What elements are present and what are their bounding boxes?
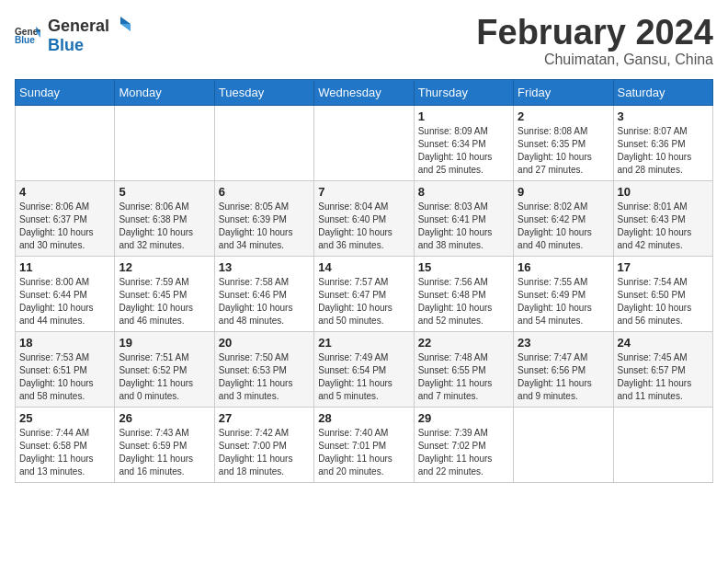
calendar-cell: 27Sunrise: 7:42 AM Sunset: 7:00 PM Dayli… <box>214 408 313 483</box>
day-info: Sunrise: 7:53 AM Sunset: 6:51 PM Dayligh… <box>19 351 110 403</box>
calendar-cell: 25Sunrise: 7:44 AM Sunset: 6:58 PM Dayli… <box>16 408 115 483</box>
day-number: 12 <box>119 260 210 274</box>
calendar-cell: 22Sunrise: 7:48 AM Sunset: 6:55 PM Dayli… <box>414 332 513 408</box>
day-info: Sunrise: 7:45 AM Sunset: 6:57 PM Dayligh… <box>618 351 709 403</box>
logo: General Blue General Blue <box>15 15 131 55</box>
weekday-header-thursday: Thursday <box>414 80 513 106</box>
calendar-week-row: 25Sunrise: 7:44 AM Sunset: 6:58 PM Dayli… <box>16 408 713 483</box>
day-number: 14 <box>318 260 409 274</box>
svg-text:Blue: Blue <box>15 35 35 45</box>
weekday-header-row: SundayMondayTuesdayWednesdayThursdayFrid… <box>16 80 713 106</box>
day-number: 4 <box>19 185 110 199</box>
day-info: Sunrise: 7:51 AM Sunset: 6:52 PM Dayligh… <box>119 351 210 403</box>
day-number: 22 <box>418 336 509 350</box>
day-number: 25 <box>19 411 110 425</box>
calendar-cell <box>314 106 414 181</box>
calendar-cell: 20Sunrise: 7:50 AM Sunset: 6:53 PM Dayli… <box>214 332 313 408</box>
calendar-cell: 8Sunrise: 8:03 AM Sunset: 6:41 PM Daylig… <box>414 181 513 257</box>
day-info: Sunrise: 8:06 AM Sunset: 6:38 PM Dayligh… <box>119 201 210 252</box>
day-number: 29 <box>418 411 509 425</box>
calendar-cell <box>613 408 712 483</box>
calendar-week-row: 1Sunrise: 8:09 AM Sunset: 6:34 PM Daylig… <box>16 106 713 181</box>
calendar-cell: 28Sunrise: 7:40 AM Sunset: 7:01 PM Dayli… <box>314 408 414 483</box>
day-number: 1 <box>418 109 509 123</box>
day-info: Sunrise: 8:05 AM Sunset: 6:39 PM Dayligh… <box>219 201 310 252</box>
day-info: Sunrise: 8:07 AM Sunset: 6:36 PM Dayligh… <box>618 125 709 177</box>
day-number: 7 <box>318 185 409 199</box>
calendar-cell: 2Sunrise: 8:08 AM Sunset: 6:35 PM Daylig… <box>514 106 613 181</box>
day-number: 17 <box>618 260 709 274</box>
month-year-title: February 2024 <box>476 15 713 50</box>
day-number: 18 <box>19 336 110 350</box>
calendar-cell: 21Sunrise: 7:49 AM Sunset: 6:54 PM Dayli… <box>314 332 414 408</box>
day-number: 5 <box>119 185 210 199</box>
generalblue-logo-icon: General Blue <box>15 25 40 45</box>
day-number: 26 <box>119 411 210 425</box>
calendar-cell <box>514 408 613 483</box>
logo-general-text: General <box>48 17 109 36</box>
day-info: Sunrise: 7:57 AM Sunset: 6:47 PM Dayligh… <box>318 276 409 327</box>
day-number: 20 <box>219 336 310 350</box>
day-info: Sunrise: 8:09 AM Sunset: 6:34 PM Dayligh… <box>418 125 509 177</box>
day-info: Sunrise: 7:56 AM Sunset: 6:48 PM Dayligh… <box>418 276 509 327</box>
day-info: Sunrise: 8:00 AM Sunset: 6:44 PM Dayligh… <box>19 276 110 327</box>
weekday-header-tuesday: Tuesday <box>214 80 313 106</box>
day-number: 23 <box>518 336 609 350</box>
day-info: Sunrise: 7:47 AM Sunset: 6:56 PM Dayligh… <box>518 351 609 403</box>
day-info: Sunrise: 7:39 AM Sunset: 7:02 PM Dayligh… <box>418 427 509 478</box>
day-info: Sunrise: 7:54 AM Sunset: 6:50 PM Dayligh… <box>618 276 709 327</box>
day-number: 11 <box>19 260 110 274</box>
day-info: Sunrise: 7:55 AM Sunset: 6:49 PM Dayligh… <box>518 276 609 327</box>
calendar-cell: 13Sunrise: 7:58 AM Sunset: 6:46 PM Dayli… <box>214 257 313 332</box>
calendar-cell: 12Sunrise: 7:59 AM Sunset: 6:45 PM Dayli… <box>115 257 214 332</box>
day-number: 6 <box>219 185 310 199</box>
weekday-header-monday: Monday <box>115 80 214 106</box>
calendar-cell <box>115 106 214 181</box>
calendar-cell: 11Sunrise: 8:00 AM Sunset: 6:44 PM Dayli… <box>16 257 115 332</box>
calendar-cell: 16Sunrise: 7:55 AM Sunset: 6:49 PM Dayli… <box>514 257 613 332</box>
header: General Blue General Blue February 2024 … <box>15 15 713 68</box>
calendar-cell: 5Sunrise: 8:06 AM Sunset: 6:38 PM Daylig… <box>115 181 214 257</box>
day-info: Sunrise: 7:58 AM Sunset: 6:46 PM Dayligh… <box>219 276 310 327</box>
calendar-cell: 15Sunrise: 7:56 AM Sunset: 6:48 PM Dayli… <box>414 257 513 332</box>
day-info: Sunrise: 8:08 AM Sunset: 6:35 PM Dayligh… <box>518 125 609 177</box>
day-info: Sunrise: 8:04 AM Sunset: 6:40 PM Dayligh… <box>318 201 409 252</box>
day-info: Sunrise: 8:01 AM Sunset: 6:43 PM Dayligh… <box>618 201 709 252</box>
calendar-week-row: 11Sunrise: 8:00 AM Sunset: 6:44 PM Dayli… <box>16 257 713 332</box>
day-number: 24 <box>618 336 709 350</box>
day-info: Sunrise: 7:42 AM Sunset: 7:00 PM Dayligh… <box>219 427 310 478</box>
day-number: 9 <box>518 185 609 199</box>
weekday-header-friday: Friday <box>514 80 613 106</box>
calendar-cell: 4Sunrise: 8:06 AM Sunset: 6:37 PM Daylig… <box>16 181 115 257</box>
calendar-cell: 3Sunrise: 8:07 AM Sunset: 6:36 PM Daylig… <box>613 106 712 181</box>
calendar-cell: 7Sunrise: 8:04 AM Sunset: 6:40 PM Daylig… <box>314 181 414 257</box>
day-info: Sunrise: 7:44 AM Sunset: 6:58 PM Dayligh… <box>19 427 110 478</box>
day-info: Sunrise: 8:02 AM Sunset: 6:42 PM Dayligh… <box>518 201 609 252</box>
logo-bird-icon <box>110 15 131 31</box>
svg-marker-4 <box>120 17 131 24</box>
day-info: Sunrise: 7:48 AM Sunset: 6:55 PM Dayligh… <box>418 351 509 403</box>
day-number: 15 <box>418 260 509 274</box>
title-section: February 2024 Chuimatan, Gansu, China <box>476 15 713 68</box>
calendar-table: SundayMondayTuesdayWednesdayThursdayFrid… <box>15 79 713 483</box>
day-number: 19 <box>119 336 210 350</box>
day-info: Sunrise: 8:06 AM Sunset: 6:37 PM Dayligh… <box>19 201 110 252</box>
day-info: Sunrise: 7:59 AM Sunset: 6:45 PM Dayligh… <box>119 276 210 327</box>
day-info: Sunrise: 7:50 AM Sunset: 6:53 PM Dayligh… <box>219 351 310 403</box>
calendar-cell <box>16 106 115 181</box>
svg-marker-5 <box>120 24 131 31</box>
day-number: 21 <box>318 336 409 350</box>
calendar-cell: 18Sunrise: 7:53 AM Sunset: 6:51 PM Dayli… <box>16 332 115 408</box>
calendar-cell: 19Sunrise: 7:51 AM Sunset: 6:52 PM Dayli… <box>115 332 214 408</box>
day-number: 3 <box>618 109 709 123</box>
calendar-cell: 14Sunrise: 7:57 AM Sunset: 6:47 PM Dayli… <box>314 257 414 332</box>
day-number: 27 <box>219 411 310 425</box>
calendar-cell <box>214 106 313 181</box>
calendar-cell: 6Sunrise: 8:05 AM Sunset: 6:39 PM Daylig… <box>214 181 313 257</box>
calendar-cell: 29Sunrise: 7:39 AM Sunset: 7:02 PM Dayli… <box>414 408 513 483</box>
logo-blue-text: Blue <box>48 36 84 54</box>
day-number: 28 <box>318 411 409 425</box>
calendar-cell: 26Sunrise: 7:43 AM Sunset: 6:59 PM Dayli… <box>115 408 214 483</box>
weekday-header-saturday: Saturday <box>613 80 712 106</box>
day-number: 16 <box>518 260 609 274</box>
